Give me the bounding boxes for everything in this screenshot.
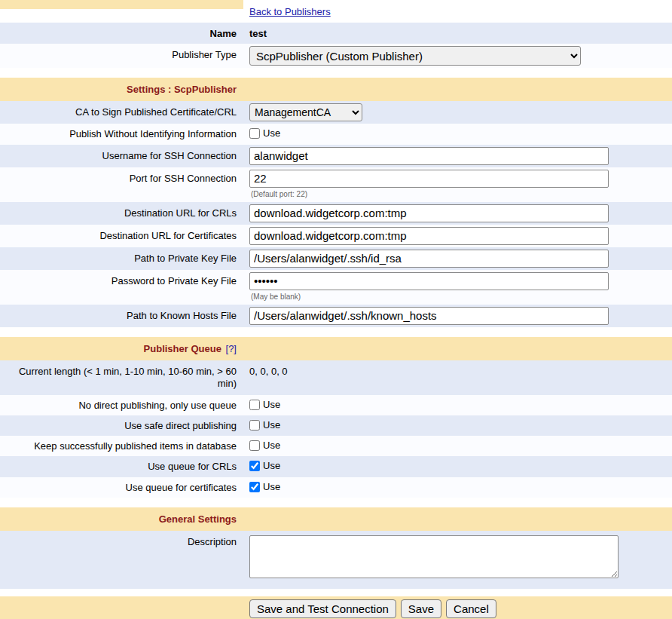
safe-direct-checkbox-label: Use: [263, 419, 280, 431]
cert-url-label: Destination URL for Certificates: [0, 225, 243, 246]
settings-section-title: Settings : ScpPublisher: [0, 78, 243, 100]
crl-url-label: Destination URL for CRLs: [0, 202, 243, 223]
ssh-username-label: Username for SSH Connection: [0, 145, 243, 166]
ssh-username-input[interactable]: [249, 147, 609, 165]
back-row: Back to Publishers: [0, 0, 672, 23]
queue-crls-checkbox[interactable]: [249, 461, 260, 471]
description-row: Description: [0, 531, 672, 589]
queue-only-row: No direct publishing, only use queue Use: [0, 395, 672, 415]
private-key-row: Path to Private Key File: [0, 247, 672, 270]
settings-header-row: Settings : ScpPublisher: [0, 78, 672, 101]
edit-publisher-page: Back to Publishers Name test Publisher T…: [0, 0, 672, 619]
queue-certs-checkbox[interactable]: [249, 482, 260, 492]
private-key-password-input[interactable]: [249, 272, 609, 290]
anonymize-label: Publish Without Identifying Information: [0, 124, 243, 144]
cert-url-input[interactable]: [249, 227, 609, 245]
ssh-port-input[interactable]: [249, 170, 609, 188]
private-key-password-label: Password to Private Key File: [0, 270, 243, 291]
queue-only-checkbox[interactable]: [249, 400, 260, 410]
crl-url-input[interactable]: [249, 204, 609, 222]
safe-direct-checkbox[interactable]: [249, 420, 260, 431]
general-settings-header-row: General Settings: [0, 507, 672, 531]
anonymize-checkbox-label: Use: [263, 127, 280, 139]
ssh-username-row: Username for SSH Connection: [0, 145, 672, 167]
safe-direct-row: Use safe direct publishing Use: [0, 415, 672, 436]
cancel-button[interactable]: Cancel: [446, 599, 496, 618]
ca-label: CA to Sign Published Certificate/CRL: [0, 101, 243, 122]
queue-header-right: [243, 337, 672, 342]
queue-length-label: Current length (< 1 min, 1-10 min, 10-60…: [0, 360, 243, 394]
queue-length-row: Current length (< 1 min, 1-10 min, 10-60…: [0, 360, 672, 395]
queue-crls-row: Use queue for CRLs Use: [0, 456, 672, 477]
queue-section-title: Publisher Queue: [144, 343, 221, 354]
description-textarea[interactable]: [249, 535, 619, 578]
actions-row: Save and Test Connection Save Cancel: [0, 596, 672, 619]
queue-certs-label: Use queue for certificates: [0, 477, 243, 498]
name-value: test: [243, 23, 672, 42]
queue-only-checkbox-label: Use: [263, 399, 280, 411]
known-hosts-input[interactable]: [249, 307, 609, 325]
private-key-password-helper: (May be blank): [249, 293, 666, 302]
section-gap: [0, 498, 672, 507]
name-row: Name test: [0, 23, 672, 44]
private-key-password-row: Password to Private Key File (May be bla…: [0, 270, 672, 305]
queue-crls-label: Use queue for CRLs: [0, 456, 243, 477]
ca-select[interactable]: ManagementCA: [249, 103, 362, 121]
queue-crls-checkbox-label: Use: [263, 460, 280, 472]
crl-url-row: Destination URL for CRLs: [0, 202, 672, 225]
section-gap: [0, 68, 672, 78]
save-and-test-button[interactable]: Save and Test Connection: [249, 599, 396, 618]
private-key-label: Path to Private Key File: [0, 247, 243, 268]
top-right-cell: Back to Publishers: [243, 0, 672, 20]
ca-row: CA to Sign Published Certificate/CRL Man…: [0, 101, 672, 124]
general-settings-header-right: [243, 507, 672, 512]
ssh-port-label: Port for SSH Connection: [0, 167, 243, 188]
keep-published-checkbox-label: Use: [263, 440, 280, 452]
anonymize-row: Publish Without Identifying Information …: [0, 124, 672, 144]
known-hosts-row: Path to Known Hosts File: [0, 305, 672, 327]
queue-header-row: Publisher Queue [?]: [0, 337, 672, 360]
queue-length-value: 0, 0, 0, 0: [243, 360, 672, 380]
queue-certs-row: Use queue for certificates Use: [0, 477, 672, 498]
settings-header-right: [243, 78, 672, 82]
anonymize-checkbox[interactable]: [249, 128, 260, 139]
safe-direct-label: Use safe direct publishing: [0, 415, 243, 436]
queue-only-label: No direct publishing, only use queue: [0, 395, 243, 415]
ssh-port-row: Port for SSH Connection (Default port: 2…: [0, 167, 672, 202]
publisher-type-select[interactable]: ScpPublisher (Custom Publisher): [249, 46, 581, 66]
queue-help-link[interactable]: [?]: [226, 343, 237, 354]
publisher-type-label: Publisher Type: [0, 44, 243, 65]
keep-published-checkbox[interactable]: [249, 440, 260, 451]
known-hosts-label: Path to Known Hosts File: [0, 305, 243, 326]
actions-left-spacer: [0, 596, 243, 605]
publisher-type-row: Publisher Type ScpPublisher (Custom Publ…: [0, 44, 672, 68]
queue-certs-checkbox-label: Use: [263, 481, 280, 493]
general-settings-title: General Settings: [0, 507, 243, 529]
private-key-input[interactable]: [249, 250, 609, 268]
ssh-port-helper: (Default port: 22): [249, 190, 666, 200]
back-to-publishers-link[interactable]: Back to Publishers: [249, 6, 331, 17]
top-left-spacer: [0, 0, 243, 9]
section-gap: [0, 589, 672, 596]
section-gap: [0, 327, 672, 337]
cert-url-row: Destination URL for Certificates: [0, 225, 672, 247]
save-button[interactable]: Save: [401, 599, 441, 618]
description-label: Description: [0, 531, 243, 552]
keep-published-label: Keep successfully published items in dat…: [0, 436, 243, 456]
name-label: Name: [0, 23, 243, 44]
keep-published-row: Keep successfully published items in dat…: [0, 436, 672, 456]
